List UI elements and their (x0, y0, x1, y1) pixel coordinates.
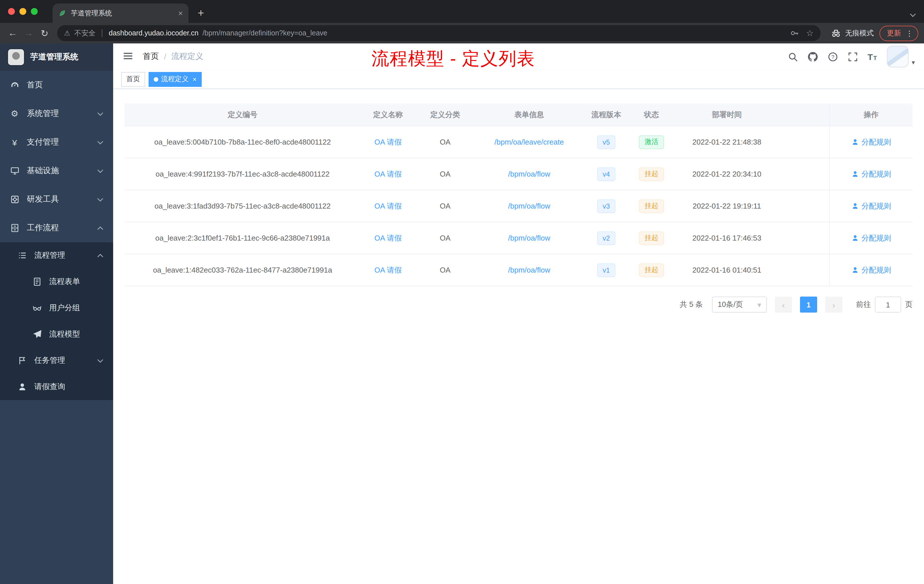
status-badge: 挂起 (639, 263, 664, 277)
sidebar-item-devtools[interactable]: 研发工具 (0, 185, 113, 214)
address-bar[interactable]: ⚠ 不安全 dashboard.yudao.iocoder.cn/bpm/man… (57, 25, 820, 41)
version-badge: v3 (583, 190, 629, 222)
back-button[interactable]: ← (5, 25, 21, 41)
close-window-button[interactable] (8, 8, 15, 15)
definition-id-cell: oa_leave:1:482ec033-762a-11ec-8477-a2380… (125, 254, 361, 286)
caret-down-icon: ▾ (912, 59, 915, 68)
sidebar-item-system-management[interactable]: ⚙ 系统管理 (0, 99, 113, 128)
definition-name-link[interactable]: OA 请假 (361, 254, 416, 286)
sidebar-item-label: 研发工具 (27, 194, 59, 205)
avatar[interactable] (887, 46, 909, 68)
breadcrumb-home[interactable]: 首页 (143, 51, 159, 62)
security-label: 不安全 (74, 28, 96, 38)
assign-rule-link[interactable]: 分配规则 (829, 190, 912, 222)
person-icon (851, 170, 858, 178)
tab-close-icon[interactable]: × (178, 8, 183, 18)
tag-close-icon[interactable]: × (193, 75, 196, 83)
status-badge: 激活 (639, 135, 664, 149)
yen-icon: ¥ (10, 137, 20, 147)
search-icon[interactable] (787, 51, 798, 62)
column-header: 状态 (629, 104, 674, 126)
browser-toolbar: ← → ↻ ⚠ 不安全 dashboard.yudao.iocoder.cn/b… (0, 23, 924, 43)
breadcrumb-separator: / (164, 52, 166, 61)
definition-name-link[interactable]: OA 请假 (361, 190, 416, 222)
user-menu[interactable]: ▾ (887, 46, 915, 68)
not-secure-warning-icon: ⚠ (64, 29, 70, 37)
logo-title: 芋道管理系统 (30, 52, 78, 62)
page-size-value: 10条/页 (718, 299, 743, 310)
version-badge: v5 (583, 126, 629, 158)
sidebar-item-payment-management[interactable]: ¥ 支付管理 (0, 128, 113, 157)
column-header-spacer (780, 104, 829, 126)
chevron-down-icon (97, 169, 104, 173)
reload-button[interactable]: ↻ (36, 25, 53, 41)
sidebar-item-process-form[interactable]: 流程表单 (0, 269, 113, 295)
tab-search-chevron-icon[interactable] (910, 13, 916, 17)
fullscreen-icon[interactable] (847, 51, 858, 62)
assign-rule-link[interactable]: 分配规则 (829, 126, 912, 158)
chevron-down-icon: ▾ (757, 300, 761, 309)
goto-page: 前往 页 (856, 297, 912, 313)
browser-tab[interactable]: 芋道管理系统 × (53, 3, 188, 23)
bookmark-star-icon[interactable]: ☆ (806, 28, 814, 38)
hamburger-icon[interactable] (122, 50, 135, 63)
breadcrumb: 首页 / 流程定义 (143, 51, 203, 62)
sidebar-item-label: 基础设施 (27, 166, 59, 176)
definition-id-cell: oa_leave:2:3c1f0ef1-76b1-11ec-9c66-a2380… (125, 222, 361, 254)
definition-category-cell: OA (416, 254, 475, 286)
paper-plane-icon (32, 330, 42, 339)
sidebar-item-label: 首页 (27, 80, 43, 90)
url-domain: dashboard.yudao.iocoder.cn (109, 29, 198, 37)
next-page-button[interactable]: › (825, 297, 842, 313)
sidebar-item-process-model[interactable]: 流程模型 (0, 321, 113, 347)
chevron-down-icon (97, 112, 104, 116)
app: 芋道管理系统 首页 ⚙ 系统管理 ¥ 支付管理 (0, 43, 924, 584)
assign-rule-link[interactable]: 分配规则 (829, 158, 912, 190)
sidebar-logo[interactable]: 芋道管理系统 (0, 43, 113, 71)
key-icon[interactable] (790, 28, 799, 38)
assign-rule-link[interactable]: 分配规则 (829, 254, 912, 286)
minimize-window-button[interactable] (20, 8, 26, 15)
tag-process-definition[interactable]: 流程定义 × (148, 72, 202, 87)
sidebar-item-infrastructure[interactable]: 基础设施 (0, 157, 113, 185)
current-page-button[interactable]: 1 (800, 297, 817, 313)
github-icon[interactable] (807, 51, 818, 62)
form-info-link[interactable]: /bpm/oa/flow (475, 222, 583, 254)
goto-page-input[interactable] (875, 297, 901, 313)
font-size-icon[interactable]: TT (868, 52, 878, 61)
sidebar-item-process-management[interactable]: 流程管理 (0, 242, 113, 269)
definition-name-link[interactable]: OA 请假 (361, 158, 416, 190)
page-size-select[interactable]: 10条/页 ▾ (712, 297, 767, 313)
form-info-link[interactable]: /bpm/oa/flow (475, 254, 583, 286)
forward-button[interactable]: → (21, 25, 36, 41)
tag-home[interactable]: 首页 (121, 72, 145, 87)
sidebar-item-home[interactable]: 首页 (0, 71, 113, 99)
sidebar-item-leave-query[interactable]: 请假查询 (0, 374, 113, 400)
definition-name-link[interactable]: OA 请假 (361, 126, 416, 158)
breadcrumb-current: 流程定义 (172, 51, 203, 62)
help-icon[interactable]: ? (827, 51, 838, 62)
zoom-window-button[interactable] (31, 8, 38, 15)
sidebar-item-label: 请假查询 (34, 382, 65, 392)
definition-category-cell: OA (416, 126, 475, 158)
workflow-icon (10, 223, 20, 233)
browser-tab-strip: 芋道管理系统 × + (0, 0, 924, 23)
assign-rule-link[interactable]: 分配规则 (829, 222, 912, 254)
new-tab-button[interactable]: + (198, 7, 204, 20)
sidebar-item-user-group[interactable]: 用户分组 (0, 295, 113, 321)
sidebar-item-workflow[interactable]: 工作流程 (0, 214, 113, 242)
row-spacer (780, 254, 829, 286)
update-chrome-button[interactable]: 更新 ⋮ (879, 25, 918, 41)
definition-name-link[interactable]: OA 请假 (361, 222, 416, 254)
infrastructure-icon (10, 166, 20, 176)
prev-page-button[interactable]: ‹ (775, 297, 792, 313)
browser-menu-icon[interactable]: ⋮ (906, 29, 913, 38)
sidebar-item-task-management[interactable]: 任务管理 (0, 347, 113, 374)
version-badge: v4 (583, 158, 629, 190)
table-row: oa_leave:2:3c1f0ef1-76b1-11ec-9c66-a2380… (125, 222, 912, 254)
form-info-link[interactable]: /bpm/oa/flow (475, 158, 583, 190)
form-info-link[interactable]: /bpm/oa/flow (475, 190, 583, 222)
devtools-icon (10, 195, 20, 204)
form-info-link[interactable]: /bpm/oa/leave/create (475, 126, 583, 158)
sidebar-item-label: 工作流程 (27, 223, 59, 233)
